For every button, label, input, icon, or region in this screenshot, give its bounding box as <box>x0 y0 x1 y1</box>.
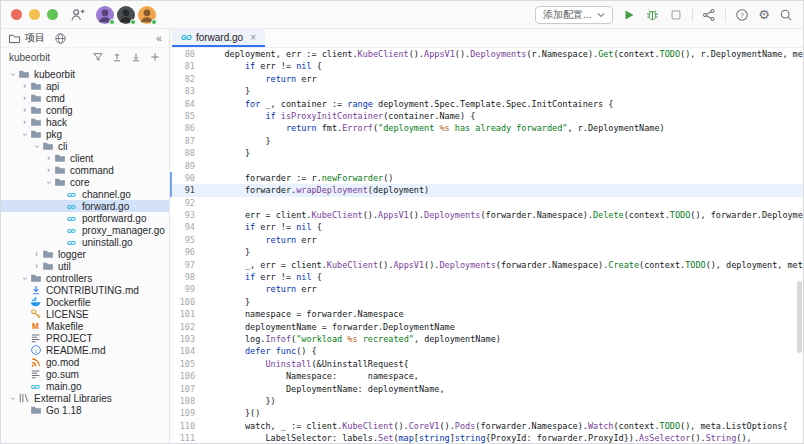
line-number[interactable]: 87 <box>170 135 204 147</box>
line-number[interactable]: 110 <box>170 420 204 432</box>
chevron-right-icon[interactable]: › <box>19 94 30 103</box>
line-number[interactable]: 82 <box>170 73 204 85</box>
line-number[interactable]: 94 <box>170 221 204 233</box>
code-line-98[interactable]: 98 if err != nil { <box>170 271 803 283</box>
tree-row-kubeorbit[interactable]: ›kubeorbit <box>1 68 169 80</box>
collapse-all-icon[interactable] <box>130 51 142 63</box>
line-number[interactable]: 88 <box>170 147 204 159</box>
debug-button[interactable] <box>645 7 660 22</box>
line-number[interactable]: 85 <box>170 110 204 122</box>
code-line-105[interactable]: 105 Uninstall(&UninstallRequest{ <box>170 358 803 370</box>
line-number[interactable]: 103 <box>170 333 204 345</box>
code-line-101[interactable]: 101 namespace = forwarder.Namespace <box>170 308 803 320</box>
code-line-88[interactable]: 88 } <box>170 147 803 159</box>
line-number[interactable]: 111 <box>170 432 204 444</box>
chevron-right-icon[interactable]: › <box>43 166 54 175</box>
chevron-down-icon[interactable]: › <box>8 69 17 80</box>
code-line-106[interactable]: 106 Namespace: namespace, <box>170 370 803 382</box>
tree-row-command[interactable]: ›command <box>1 164 169 176</box>
line-number[interactable]: 89 <box>170 160 204 172</box>
code-line-94[interactable]: 94 if err != nil { <box>170 221 803 233</box>
collaborator-avatar[interactable] <box>138 6 156 24</box>
line-number[interactable]: 105 <box>170 358 204 370</box>
chevron-right-icon[interactable]: › <box>31 250 42 259</box>
tab-project[interactable]: 项目 <box>8 31 45 45</box>
tree-row-readme-md[interactable]: iREADME.md <box>1 344 169 356</box>
tree-row-pkg[interactable]: ›pkg <box>1 128 169 140</box>
line-number[interactable]: 86 <box>170 122 204 134</box>
line-number[interactable]: 83 <box>170 85 204 97</box>
line-number[interactable]: 109 <box>170 407 204 419</box>
tree-row-util[interactable]: ›util <box>1 260 169 272</box>
tree-row-makefile[interactable]: MMakefile <box>1 320 169 332</box>
line-number[interactable]: 108 <box>170 395 204 407</box>
add-icon[interactable] <box>149 51 161 63</box>
expand-all-icon[interactable] <box>111 51 123 63</box>
line-number[interactable]: 84 <box>170 98 204 110</box>
code-line-103[interactable]: 103 log.Infof("workload %s recreated", d… <box>170 333 803 345</box>
line-number[interactable]: 90 <box>170 172 204 184</box>
chevron-down-icon[interactable]: › <box>32 141 41 152</box>
tree-row-client[interactable]: ›client <box>1 152 169 164</box>
filter-icon[interactable] <box>92 51 104 63</box>
line-number[interactable]: 81 <box>170 60 204 72</box>
run-button[interactable] <box>622 8 636 22</box>
close-window-button[interactable] <box>11 9 22 20</box>
tree-row-api[interactable]: ›api <box>1 80 169 92</box>
code-line-83[interactable]: 83 } <box>170 85 803 97</box>
stop-button[interactable] <box>669 8 683 22</box>
collapse-panel-button[interactable]: « <box>156 33 162 44</box>
code-editor[interactable]: 80 deployment, err := client.KubeClient(… <box>170 48 803 444</box>
tree-row-proxy-manager-go[interactable]: GOproxy_manager.go <box>1 224 169 236</box>
code-line-111[interactable]: 111 LabelSelector: labels.Set(map[string… <box>170 432 803 444</box>
tree-row-channel-go[interactable]: GOchannel.go <box>1 188 169 200</box>
code-line-100[interactable]: 100 } <box>170 296 803 308</box>
tree-row-main-go[interactable]: GOmain.go <box>1 380 169 392</box>
share-icon[interactable] <box>702 8 716 22</box>
chevron-down-icon[interactable]: › <box>44 177 53 188</box>
code-line-97[interactable]: 97 _, err = client.KubeClient().AppsV1()… <box>170 259 803 271</box>
tree-row-config[interactable]: ›config <box>1 104 169 116</box>
line-number[interactable]: 91 <box>170 184 204 196</box>
code-line-95[interactable]: 95 return err <box>170 234 803 246</box>
code-line-102[interactable]: 102 deploymentName = forwarder.Deploymen… <box>170 321 803 333</box>
code-line-99[interactable]: 99 return err <box>170 283 803 295</box>
tree-row-logger[interactable]: ›logger <box>1 248 169 260</box>
tree-row-go-1-18[interactable]: Go 1.18 <box>1 404 169 416</box>
line-number[interactable]: 93 <box>170 209 204 221</box>
tree-row-cli[interactable]: ›cli <box>1 140 169 152</box>
line-number[interactable]: 96 <box>170 246 204 258</box>
tree-row-hack[interactable]: ›hack <box>1 116 169 128</box>
search-button[interactable] <box>779 8 793 22</box>
tree-row-uninstall-go[interactable]: GOuninstall.go <box>1 236 169 248</box>
globe-icon[interactable] <box>54 32 67 45</box>
tree-row-controllers[interactable]: ›controllers <box>1 272 169 284</box>
code-line-108[interactable]: 108 }) <box>170 395 803 407</box>
scrollbar-thumb[interactable] <box>797 281 802 353</box>
code-line-109[interactable]: 109 }() <box>170 407 803 419</box>
code-line-87[interactable]: 87 } <box>170 135 803 147</box>
help-button[interactable]: ? <box>735 8 749 22</box>
close-tab-icon[interactable]: × <box>250 32 256 43</box>
editor-scrollbar[interactable] <box>795 51 802 441</box>
chevron-right-icon[interactable]: › <box>19 106 30 115</box>
line-number[interactable]: 100 <box>170 296 204 308</box>
code-line-82[interactable]: 82 return err <box>170 73 803 85</box>
line-number[interactable]: 92 <box>170 197 204 209</box>
line-number[interactable]: 97 <box>170 259 204 271</box>
code-line-84[interactable]: 84 for _, container := range deployment.… <box>170 98 803 110</box>
code-line-81[interactable]: 81 if err != nil { <box>170 60 803 72</box>
tree-row-forward-go[interactable]: GOforward.go <box>1 200 169 212</box>
code-line-92[interactable]: 92 <box>170 197 803 209</box>
tree-row-contributing-md[interactable]: CONTRIBUTING.md <box>1 284 169 296</box>
line-number[interactable]: 99 <box>170 283 204 295</box>
chevron-right-icon[interactable]: › <box>19 82 30 91</box>
code-line-89[interactable]: 89 <box>170 160 803 172</box>
code-line-91[interactable]: 91 forwarder.wrapDeployment(deployment) <box>170 184 803 196</box>
tree-row-core[interactable]: ›core <box>1 176 169 188</box>
tree-row-portforward-go[interactable]: GOportforward.go <box>1 212 169 224</box>
chevron-right-icon[interactable]: › <box>43 154 54 163</box>
line-number[interactable]: 95 <box>170 234 204 246</box>
line-number[interactable]: 106 <box>170 370 204 382</box>
settings-button[interactable]: ⚙ <box>758 8 770 21</box>
